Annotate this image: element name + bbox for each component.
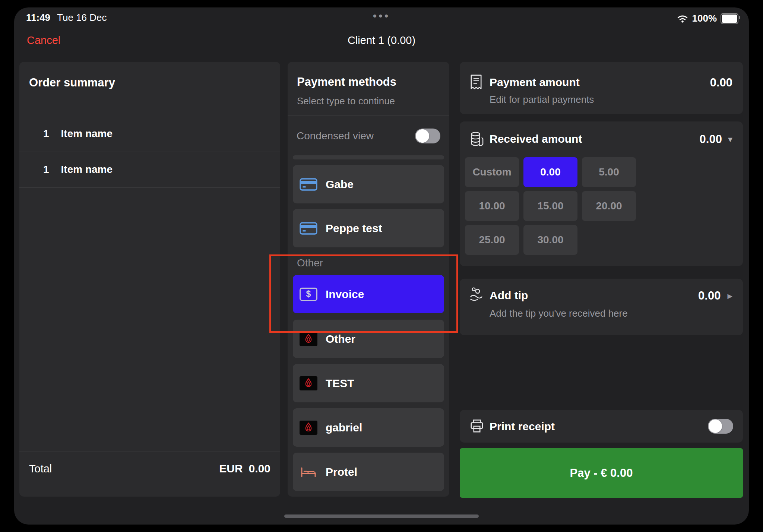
method-label: gabriel — [326, 421, 362, 434]
received-amount-dropdown[interactable]: 0.00 ▾ — [700, 133, 732, 146]
add-tip-subtitle: Add the tip you've received here — [490, 308, 628, 319]
lightspeed-flame-icon — [300, 332, 317, 346]
method-label: Invoice — [326, 288, 364, 301]
payment-method-protel[interactable]: Protel — [293, 453, 444, 491]
other-section-label: Other — [297, 257, 323, 269]
payment-method-test[interactable]: TEST — [293, 364, 444, 402]
order-summary-panel: Order summary 1 Item name 1 Item name To… — [19, 62, 280, 497]
quick-amount-20[interactable]: 20.00 — [582, 191, 636, 221]
payment-methods-subtitle: Select type to continue — [297, 95, 395, 107]
payment-details-column: Payment amount 0.00 Edit for partial pay… — [460, 62, 743, 497]
payment-amount-subtitle: Edit for partial payments — [490, 94, 594, 105]
add-tip-value: 0.00 — [698, 289, 721, 303]
method-label: Other — [326, 333, 355, 345]
battery-icon — [721, 13, 738, 24]
credit-card-icon — [300, 177, 317, 191]
credit-card-icon — [300, 221, 317, 235]
total-amount: 0.00 — [249, 462, 270, 475]
dollar-bill-icon: $ — [300, 288, 317, 301]
add-tip-card[interactable]: Add tip 0.00 ▸ Add the tip you've receiv… — [460, 279, 743, 335]
total-value: EUR 0.00 — [219, 462, 270, 475]
order-item-row[interactable]: 1 Item name — [19, 116, 280, 152]
order-item-row[interactable]: 1 Item name — [19, 152, 280, 187]
quick-amount-15[interactable]: 15.00 — [523, 191, 577, 221]
printer-icon — [469, 419, 484, 434]
received-amount-card: Received amount 0.00 ▾ Custom 0.00 5.00 … — [460, 121, 743, 266]
method-label: Protel — [326, 466, 357, 478]
wifi-icon — [677, 14, 688, 23]
condensed-view-row: Condensed view — [288, 115, 449, 156]
currency-code: EUR — [219, 462, 243, 475]
payment-method-gabriel[interactable]: gabriel — [293, 408, 444, 447]
payment-amount-card[interactable]: Payment amount 0.00 Edit for partial pay… — [460, 62, 743, 114]
payment-methods-title: Payment methods — [297, 75, 396, 89]
payment-methods-panel: Payment methods Select type to continue … — [288, 62, 449, 497]
hand-tip-icon — [469, 287, 484, 303]
toggle-knob — [416, 129, 429, 143]
coins-icon — [469, 131, 484, 148]
item-qty: 1 — [43, 128, 49, 140]
order-summary-title: Order summary — [29, 76, 115, 89]
add-tip-title: Add tip — [490, 289, 528, 302]
battery-percent: 100% — [692, 13, 717, 24]
lightspeed-flame-icon — [300, 376, 317, 390]
app-screen: 11:49Tue 16 Dec ••• 100% Cancel Client 1… — [14, 7, 749, 525]
payment-method-peppe-test[interactable]: Peppe test — [293, 209, 444, 247]
receipt-icon — [469, 74, 483, 91]
payment-method-invoice-selected[interactable]: $ Invoice — [293, 275, 444, 313]
scrolled-method-card-sliver[interactable] — [293, 155, 444, 159]
quick-amount-0[interactable]: 0.00 — [523, 157, 577, 187]
print-receipt-label: Print receipt — [490, 420, 555, 433]
item-name: Item name — [61, 128, 113, 140]
pay-button[interactable]: Pay - € 0.00 — [460, 448, 743, 498]
quick-amount-30[interactable]: 30.00 — [523, 225, 577, 255]
chevron-down-icon: ▾ — [728, 134, 732, 145]
quick-amount-grid: Custom 0.00 5.00 10.00 15.00 20.00 25.00… — [465, 157, 636, 255]
received-amount-title: Received amount — [490, 133, 582, 145]
payment-amount-title: Payment amount — [490, 76, 580, 89]
ipad-screenshot: 11:49Tue 16 Dec ••• 100% Cancel Client 1… — [0, 0, 763, 532]
lightspeed-flame-icon — [300, 421, 317, 435]
add-tip-value-row: 0.00 ▸ — [698, 289, 732, 303]
page-title: Client 1 (0.00) — [14, 34, 749, 47]
divider — [19, 187, 280, 188]
method-label: Peppe test — [326, 222, 382, 235]
print-receipt-card: Print receipt — [460, 410, 743, 443]
order-total-row: Total EUR 0.00 — [19, 452, 280, 486]
chevron-right-icon: ▸ — [727, 290, 732, 302]
payment-method-other[interactable]: Other — [293, 320, 444, 358]
quick-amount-25[interactable]: 25.00 — [465, 225, 519, 255]
toggle-knob — [709, 419, 722, 433]
condensed-view-toggle[interactable] — [415, 129, 440, 143]
total-label: Total — [29, 463, 52, 475]
item-name: Item name — [61, 164, 113, 175]
status-right-cluster: 100% — [677, 13, 739, 24]
payment-amount-value: 0.00 — [710, 76, 732, 89]
quick-amount-10[interactable]: 10.00 — [465, 191, 519, 221]
item-qty: 1 — [43, 164, 49, 175]
method-label: Gabe — [326, 178, 354, 191]
bed-icon — [300, 465, 317, 479]
condensed-view-label: Condensed view — [297, 130, 374, 142]
print-receipt-toggle[interactable] — [708, 419, 733, 434]
received-amount-value: 0.00 — [700, 133, 722, 146]
multitasking-dots-icon[interactable]: ••• — [14, 10, 749, 22]
payment-method-gabe[interactable]: Gabe — [293, 165, 444, 203]
quick-amount-custom[interactable]: Custom — [465, 157, 519, 187]
home-indicator[interactable] — [284, 514, 479, 518]
quick-amount-5[interactable]: 5.00 — [582, 157, 636, 187]
method-label: TEST — [326, 377, 354, 390]
